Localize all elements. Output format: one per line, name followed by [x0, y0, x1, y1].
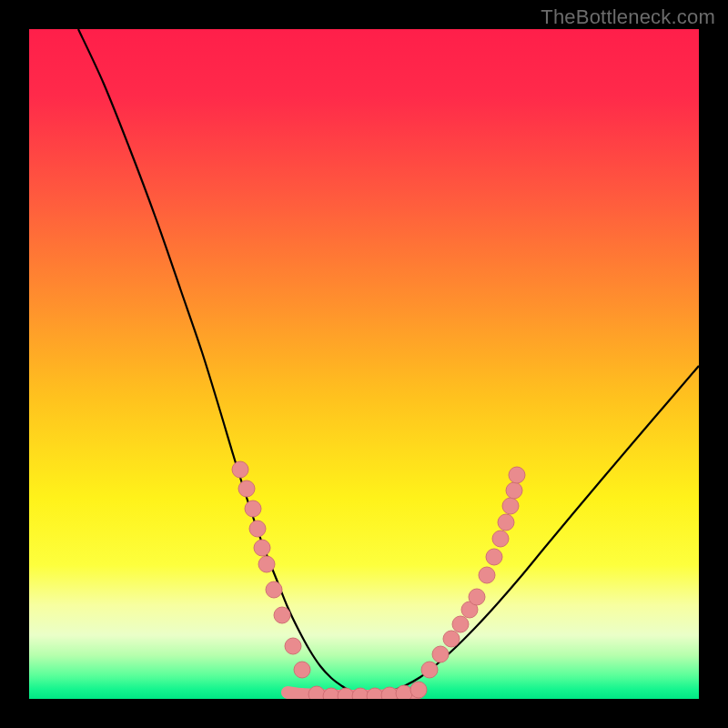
data-dot — [274, 607, 290, 623]
data-dot — [410, 682, 427, 698]
data-dot — [238, 480, 255, 497]
data-dot — [486, 549, 502, 565]
chart-frame: TheBottleneck.com — [0, 0, 728, 728]
data-dot — [469, 589, 485, 605]
left-curve — [78, 29, 361, 694]
data-dot — [249, 521, 266, 537]
data-dot — [421, 662, 438, 678]
data-dot — [245, 500, 261, 517]
data-dot — [498, 514, 514, 531]
data-dot — [254, 540, 270, 556]
data-dot — [396, 685, 412, 699]
data-dot — [432, 646, 449, 662]
data-dot — [443, 631, 460, 647]
data-dot — [506, 482, 522, 499]
data-dot — [294, 662, 310, 678]
data-dot — [502, 498, 519, 514]
data-dot — [308, 686, 325, 699]
data-dot — [352, 688, 369, 699]
data-dot — [381, 687, 398, 699]
watermark-text: TheBottleneck.com — [541, 5, 715, 29]
data-dot — [338, 688, 354, 699]
data-dot — [492, 531, 509, 547]
data-dot — [479, 567, 495, 583]
curve-layer — [29, 29, 699, 699]
plot-area — [29, 29, 699, 699]
data-dot — [452, 616, 469, 632]
data-dot — [232, 461, 248, 478]
data-dot — [509, 467, 525, 483]
data-dot — [266, 581, 282, 598]
data-dot — [285, 638, 301, 654]
data-dot — [258, 556, 275, 572]
right-curve — [361, 366, 699, 694]
